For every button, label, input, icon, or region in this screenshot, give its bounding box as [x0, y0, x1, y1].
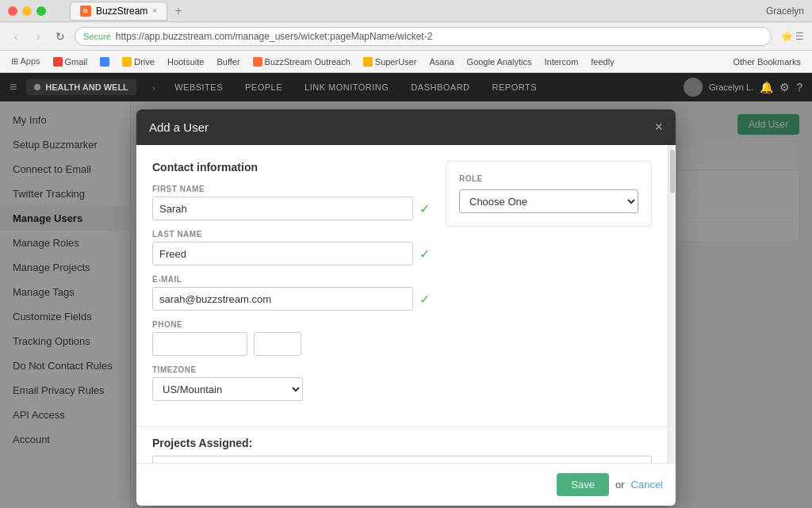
refresh-button[interactable]: ↻	[52, 29, 68, 44]
navbar: ≡ HEALTH AND WELL › WEBSITES PEOPLE LINK…	[0, 73, 812, 101]
email-check-icon: ✓	[419, 292, 430, 307]
phone-ext-input[interactable]	[254, 332, 301, 356]
brand-dot	[34, 84, 40, 90]
modal-scrollable: Contact information FIRST NAME ✓ LAST NA…	[136, 145, 668, 463]
footer-or-label: or	[615, 479, 625, 491]
modal-role-section: ROLE Choose One Admin User Read Only	[446, 161, 652, 411]
first-name-label: FIRST NAME	[152, 185, 430, 193]
url-bar[interactable]: Secure https://app.buzzstream.com/manage…	[75, 27, 772, 46]
tab-label: BuzzStream	[96, 6, 147, 17]
bookmarks-apps[interactable]: ⊞ Apps	[6, 55, 45, 68]
bookmarks-other[interactable]: Other Bookmarks	[728, 55, 806, 68]
forward-button[interactable]: ›	[30, 29, 46, 44]
projects-title: Projects Assigned:	[152, 437, 652, 449]
titlebar: B BuzzStream × + Gracelyn	[0, 0, 812, 22]
scrollbar-track[interactable]	[668, 145, 676, 463]
first-name-input[interactable]	[152, 197, 413, 220]
email-label: E-MAIL	[152, 275, 430, 284]
nav-item-websites[interactable]: WEBSITES	[163, 76, 234, 98]
brand-label: HEALTH AND WELL	[45, 82, 128, 92]
projects-section: Projects Assigned:	[136, 426, 668, 463]
bookmarks-drive[interactable]: Drive	[117, 55, 159, 68]
close-traffic-light[interactable]	[8, 6, 17, 16]
bookmarks-asana[interactable]: Asana	[424, 55, 458, 68]
window-user-label: Gracelyn	[766, 6, 804, 17]
minimize-traffic-light[interactable]	[22, 6, 32, 16]
nav-right: Gracelyn L. 🔔 ⚙ ?	[684, 78, 802, 97]
first-name-check-icon: ✓	[419, 201, 430, 216]
nav-brand[interactable]: HEALTH AND WELL	[26, 79, 136, 95]
addressbar-icons: ⭐ ☰	[781, 31, 804, 42]
traffic-lights	[8, 6, 46, 16]
phone-group: PHONE	[152, 320, 430, 356]
bookmarks-calendar[interactable]	[95, 55, 114, 68]
secure-label: Secure	[83, 32, 111, 41]
last-name-row: ✓	[152, 242, 430, 265]
first-name-row: ✓	[152, 197, 430, 220]
modal-footer: Save or Cancel	[136, 463, 676, 506]
modal-body-wrap: Contact information FIRST NAME ✓ LAST NA…	[136, 145, 676, 463]
last-name-input[interactable]	[152, 242, 413, 265]
tab-favicon: B	[80, 6, 91, 17]
nav-help-icon[interactable]: ?	[796, 81, 802, 94]
fullscreen-traffic-light[interactable]	[36, 6, 46, 16]
modal-overlay: Add a User × Contact information FIRST N…	[0, 101, 812, 508]
nav-user-label: Gracelyn L.	[709, 82, 753, 92]
browser-tab[interactable]: B BuzzStream ×	[70, 2, 167, 21]
bookmarks-feedly[interactable]: feedly	[586, 55, 619, 68]
nav-avatar	[684, 78, 703, 97]
nav-item-people[interactable]: PEOPLE	[234, 76, 293, 98]
timezone-label: TIMEZONE	[152, 365, 430, 374]
tab-close-button[interactable]: ×	[152, 6, 157, 15]
timezone-group: TIMEZONE US/Mountain US/Eastern US/Centr…	[152, 365, 430, 401]
phone-input[interactable]	[152, 332, 247, 356]
add-user-modal: Add a User × Contact information FIRST N…	[136, 109, 676, 506]
last-name-label: LAST NAME	[152, 230, 430, 239]
bookmarks-bar: ⊞ Apps Gmail Drive Hootsuite Buffer Buzz…	[0, 51, 812, 73]
bookmarks-buzzstream[interactable]: BuzzStream Outreach	[248, 55, 355, 68]
contact-section-title: Contact information	[152, 161, 430, 174]
email-row: ✓	[152, 287, 430, 311]
role-label: ROLE	[459, 174, 638, 183]
bookmarks-buffer[interactable]: Buffer	[212, 55, 244, 68]
save-button[interactable]: Save	[557, 473, 609, 496]
bookmarks-hootsuite[interactable]: Hootsuite	[163, 55, 209, 68]
modal-header: Add a User ×	[136, 109, 676, 145]
bookmarks-superuser[interactable]: SuperUser	[358, 55, 422, 68]
email-group: E-MAIL ✓	[152, 275, 430, 311]
last-name-check-icon: ✓	[419, 246, 430, 262]
modal-contact-section: Contact information FIRST NAME ✓ LAST NA…	[152, 161, 430, 411]
first-name-group: FIRST NAME ✓	[152, 185, 430, 220]
role-select[interactable]: Choose One Admin User Read Only	[459, 189, 638, 213]
scrollbar-thumb[interactable]	[670, 150, 675, 193]
timezone-select[interactable]: US/Mountain US/Eastern US/Central US/Pac…	[152, 377, 303, 401]
nav-settings-icon[interactable]: ⚙	[779, 81, 790, 94]
nav-chevron-icon: ›	[152, 82, 155, 94]
phone-label: PHONE	[152, 320, 430, 329]
phone-row	[152, 332, 430, 356]
new-tab-button[interactable]: +	[170, 3, 186, 19]
hamburger-menu[interactable]: ≡	[10, 80, 17, 94]
nav-item-reports[interactable]: REPORTS	[481, 76, 548, 98]
tab-bar: B BuzzStream × +	[54, 2, 766, 21]
url-text: https://app.buzzstream.com/manage_users/…	[116, 31, 433, 42]
projects-input[interactable]	[152, 456, 652, 463]
addressbar: ‹ › ↻ Secure https://app.buzzstream.com/…	[0, 22, 812, 51]
modal-body: Contact information FIRST NAME ✓ LAST NA…	[136, 145, 668, 426]
nav-notification-icon[interactable]: 🔔	[760, 81, 773, 94]
role-box: ROLE Choose One Admin User Read Only	[446, 161, 652, 227]
cancel-button[interactable]: Cancel	[631, 479, 663, 491]
back-button[interactable]: ‹	[8, 29, 24, 44]
nav-items: WEBSITES PEOPLE LINK MONITORING DASHBOAR…	[163, 76, 548, 98]
modal-title: Add a User	[149, 120, 209, 134]
bookmarks-gmail[interactable]: Gmail	[48, 55, 93, 68]
modal-close-button[interactable]: ×	[654, 119, 663, 136]
last-name-group: LAST NAME ✓	[152, 230, 430, 265]
nav-item-link-monitoring[interactable]: LINK MONITORING	[293, 76, 400, 98]
bookmarks-analytics[interactable]: Google Analytics	[462, 55, 537, 68]
bookmarks-intercom[interactable]: Intercom	[540, 55, 584, 68]
nav-item-dashboard[interactable]: DASHBOARD	[400, 76, 481, 98]
email-input[interactable]	[152, 287, 413, 311]
